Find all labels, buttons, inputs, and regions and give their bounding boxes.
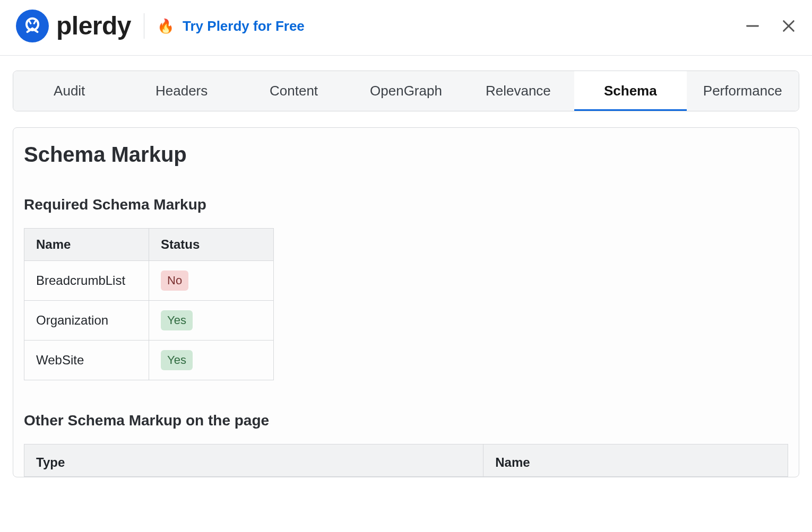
schema-status: Yes <box>149 341 274 380</box>
status-badge: Yes <box>161 310 193 330</box>
col-header-name: Name <box>24 229 149 261</box>
table-row: WebSiteYes <box>24 341 274 380</box>
try-free-link[interactable]: Try Plerdy for Free <box>183 18 305 34</box>
brand-name: plerdy <box>56 13 131 39</box>
schema-name: Organization <box>24 301 149 341</box>
tab-bar: AuditHeadersContentOpenGraphRelevanceSch… <box>13 71 799 111</box>
tab-content[interactable]: Content <box>238 71 350 111</box>
tab-relevance[interactable]: Relevance <box>462 71 574 111</box>
tab-performance[interactable]: Performance <box>687 71 799 111</box>
tab-schema[interactable]: Schema <box>574 71 686 111</box>
window-controls <box>745 19 796 33</box>
col-header-name: Name <box>483 444 788 477</box>
schema-status: Yes <box>149 301 274 341</box>
brand-logo[interactable]: plerdy <box>16 10 131 42</box>
divider <box>144 13 144 39</box>
table-row: BreadcrumbListNo <box>24 261 274 301</box>
other-heading: Other Schema Markup on the page <box>24 412 788 429</box>
col-header-type: Type <box>24 444 483 477</box>
other-schema-table: Type Name <box>24 444 788 477</box>
app-header: plerdy 🔥 Try Plerdy for Free <box>0 0 812 56</box>
status-badge: Yes <box>161 350 193 370</box>
plerdy-logo-icon <box>16 10 49 42</box>
required-heading: Required Schema Markup <box>24 196 788 213</box>
minimize-button[interactable] <box>745 19 760 33</box>
table-row: OrganizationYes <box>24 301 274 341</box>
schema-panel: Schema Markup Required Schema Markup Nam… <box>13 127 799 477</box>
col-header-status: Status <box>149 229 274 261</box>
close-button[interactable] <box>781 19 796 33</box>
schema-status: No <box>149 261 274 301</box>
schema-name: BreadcrumbList <box>24 261 149 301</box>
required-schema-table: Name Status BreadcrumbListNoOrganization… <box>24 228 274 380</box>
status-badge: No <box>161 271 188 291</box>
schema-name: WebSite <box>24 341 149 380</box>
tab-headers[interactable]: Headers <box>125 71 237 111</box>
fire-icon: 🔥 <box>157 19 174 33</box>
tab-opengraph[interactable]: OpenGraph <box>350 71 462 111</box>
page-title: Schema Markup <box>24 143 788 167</box>
tab-audit[interactable]: Audit <box>13 71 125 111</box>
